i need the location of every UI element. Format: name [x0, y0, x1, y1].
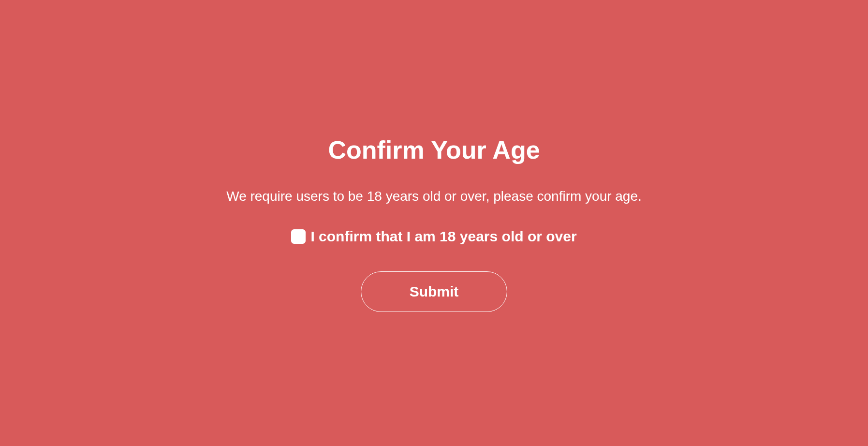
submit-button[interactable]: Submit — [361, 271, 508, 312]
dialog-title: Confirm Your Age — [328, 135, 540, 164]
confirm-age-checkbox-label: I confirm that I am 18 years old or over — [310, 228, 576, 245]
confirm-age-checkbox[interactable] — [291, 229, 306, 244]
confirm-age-checkbox-row[interactable]: I confirm that I am 18 years old or over — [291, 228, 576, 245]
dialog-description: We require users to be 18 years old or o… — [226, 189, 642, 204]
age-confirmation-dialog: Confirm Your Age We require users to be … — [226, 135, 642, 312]
